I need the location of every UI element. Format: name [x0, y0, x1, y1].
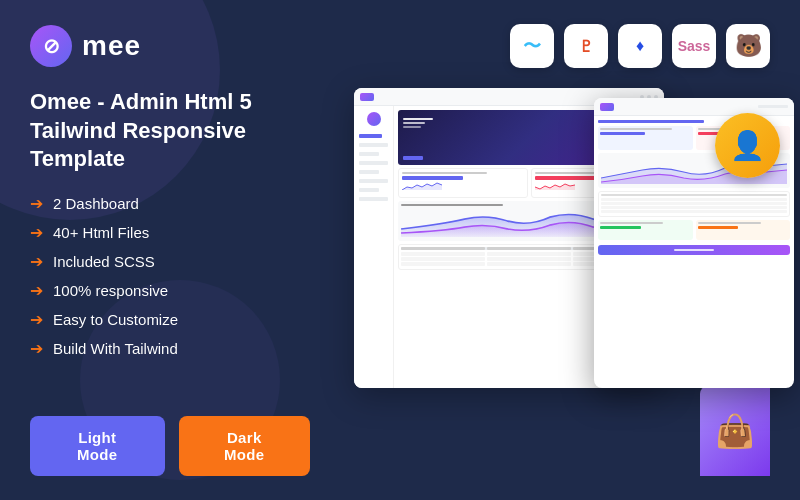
sec-table	[598, 191, 790, 217]
banner-button	[403, 156, 423, 160]
dashboard-preview: 👜	[334, 88, 770, 476]
feature-item: ➔ Build With Tailwind	[30, 339, 310, 358]
table-cell	[487, 257, 571, 261]
tailwind-icon: 〜	[510, 24, 554, 68]
stat-box	[598, 220, 693, 240]
card-line	[600, 128, 672, 130]
feature-label: Build With Tailwind	[53, 340, 178, 357]
stat-card	[398, 168, 528, 198]
right-section: 👜	[334, 88, 770, 476]
title-area: Omee - Admin Html 5Tailwind Responsive T…	[30, 88, 310, 174]
arrow-icon: ➔	[30, 194, 43, 213]
buttons-row: Light Mode Dark Mode	[30, 416, 310, 476]
feature-label: Included SCSS	[53, 253, 155, 270]
dash-logo-2	[600, 103, 614, 111]
stat-line	[698, 222, 761, 224]
table-cell	[487, 262, 571, 266]
topbar-bar	[758, 105, 788, 108]
table-header-line	[601, 194, 787, 196]
arrow-icon: ➔	[30, 281, 43, 300]
sidebar-item	[359, 188, 379, 192]
person-avatar: 👤	[715, 113, 780, 178]
table-cell	[401, 262, 485, 266]
stat-value	[535, 176, 596, 180]
stat-box	[696, 220, 791, 240]
bear-icon: 🐻	[726, 24, 770, 68]
dash-sidebar	[354, 106, 394, 388]
table-row-line	[601, 202, 787, 205]
tech-icons-row: 〜 ♇ ♦ Sass 🐻	[510, 24, 770, 68]
logo-text: mee	[82, 30, 141, 62]
features-list: ➔ 2 Dashboard ➔ 40+ Html Files ➔ Include…	[30, 194, 310, 358]
table-row-line	[601, 206, 787, 209]
table-col	[487, 247, 571, 250]
chart-label	[401, 204, 503, 206]
table-cell	[487, 252, 571, 256]
sec-cta-button	[598, 245, 790, 255]
logo-area: ⊘ mee	[30, 25, 141, 67]
feature-item: ➔ Included SCSS	[30, 252, 310, 271]
sec-title	[598, 120, 704, 123]
stat-value	[402, 176, 463, 180]
sidebar-item	[359, 143, 388, 147]
table-row-line	[601, 210, 787, 213]
arrow-icon: ➔	[30, 310, 43, 329]
main-content: Omee - Admin Html 5Tailwind Responsive T…	[30, 88, 770, 476]
sidebar-item	[359, 134, 382, 138]
feature-label: 100% responsive	[53, 282, 168, 299]
dash-topbar-2	[594, 98, 794, 116]
cta-line	[674, 249, 714, 251]
sidebar-item	[359, 152, 379, 156]
table-col	[401, 247, 485, 250]
stat-line	[600, 222, 663, 224]
mini-sparkline	[402, 182, 524, 190]
stat-bar	[698, 226, 739, 229]
feature-label: 40+ Html Files	[53, 224, 149, 241]
sidebar-item	[359, 161, 388, 165]
arrow-icon: ➔	[30, 339, 43, 358]
card-val	[600, 132, 645, 135]
sec-card	[598, 126, 693, 150]
banner-text	[403, 118, 433, 130]
sidebar-item	[359, 179, 388, 183]
logo-icon: ⊘	[30, 25, 72, 67]
stat-row-2	[598, 220, 790, 240]
main-title: Omee - Admin Html 5Tailwind Responsive T…	[30, 88, 310, 174]
light-mode-button[interactable]: Light Mode	[30, 416, 165, 476]
sidebar-avatar	[367, 112, 381, 126]
feature-item: ➔ 100% responsive	[30, 281, 310, 300]
html5-icon: ♇	[564, 24, 608, 68]
dash-logo	[360, 93, 374, 101]
feature-item: ➔ Easy to Customize	[30, 310, 310, 329]
table-cell	[401, 252, 485, 256]
table-cell	[401, 257, 485, 261]
sass-icon: Sass	[672, 24, 716, 68]
css3-icon: ♦	[618, 24, 662, 68]
dark-mode-button[interactable]: Dark Mode	[179, 416, 310, 476]
arrow-icon: ➔	[30, 223, 43, 242]
left-section: Omee - Admin Html 5Tailwind Responsive T…	[30, 88, 310, 476]
table-row-line	[601, 198, 787, 201]
header: ⊘ mee 〜 ♇ ♦ Sass 🐻	[30, 24, 770, 68]
sidebar-item	[359, 197, 388, 201]
feature-label: Easy to Customize	[53, 311, 178, 328]
feature-label: 2 Dashboard	[53, 195, 139, 212]
feature-item: ➔ 2 Dashboard	[30, 194, 310, 213]
handbag-image: 👜	[700, 386, 770, 476]
feature-item: ➔ 40+ Html Files	[30, 223, 310, 242]
stat-label	[402, 172, 487, 174]
stat-bar	[600, 226, 641, 229]
sidebar-item	[359, 170, 379, 174]
arrow-icon: ➔	[30, 252, 43, 271]
